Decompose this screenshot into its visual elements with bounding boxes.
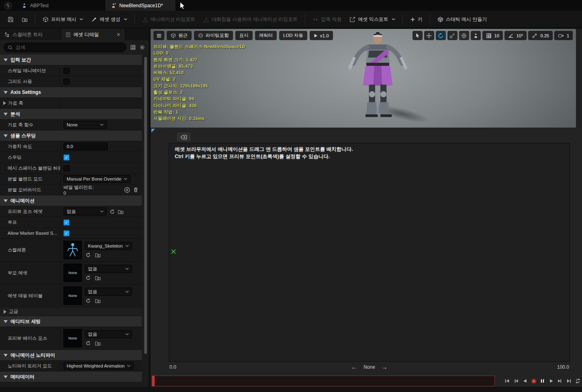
property-row-10[interactable]: 메시 스페이스 블렌딩 허용	[0, 163, 142, 174]
dropdown[interactable]: 없음	[63, 207, 107, 215]
browse-to-asset-icon[interactable]	[118, 209, 124, 215]
window-tab-1[interactable]: NewBlendSpace1D*	[105, 0, 176, 11]
pause-button[interactable]	[538, 376, 547, 386]
back-button[interactable]	[177, 133, 190, 141]
panel-tab-0[interactable]: 스켈레톤 트리	[0, 29, 61, 40]
toggle-loop-button[interactable]	[574, 376, 582, 386]
property-row-1[interactable]: 스케일 애니메이션	[0, 65, 142, 76]
browse-to-asset-icon[interactable]	[95, 252, 101, 258]
section-header-7[interactable]: 샘플 스무딩	[0, 130, 142, 141]
scale-tool[interactable]	[447, 31, 457, 40]
checkbox[interactable]	[63, 68, 69, 74]
show-menu[interactable]: 표시	[235, 31, 253, 40]
asset-dropdown[interactable]: 없음	[85, 288, 132, 296]
browse-to-asset-icon[interactable]	[95, 340, 101, 346]
checkbox[interactable]	[63, 165, 69, 171]
go-to-end-button[interactable]	[565, 376, 573, 386]
reimport-animation-dialog-button[interactable]: 대화창을 사용하여 애니메이션 리임포트	[200, 13, 301, 25]
apply-compression-button[interactable]: 압축 적용	[309, 13, 345, 25]
viewport-3d[interactable]: 원근라이팅포함표시캐릭터LOD 자동x1.0 1010°0.251 프리뷰: 블…	[151, 29, 576, 128]
section-header-5[interactable]: 분석	[0, 109, 142, 120]
select-tool[interactable]	[413, 31, 423, 40]
go-to-front-button[interactable]	[503, 376, 511, 386]
character-toggle[interactable]	[471, 31, 481, 40]
lod-menu[interactable]: LOD 자동	[279, 31, 307, 40]
browse-to-asset-icon[interactable]	[95, 298, 101, 304]
asset-thumbnail[interactable]	[63, 241, 82, 259]
translate-tool[interactable]	[424, 31, 434, 40]
number-input[interactable]: 0.0	[63, 142, 108, 150]
grid-snap[interactable]: 10	[482, 31, 503, 40]
preview-point-marker[interactable]	[171, 249, 176, 254]
details-scrollbar[interactable]	[144, 57, 147, 354]
blendspace-grid[interactable]: 에셋 브라우저에서 애니메이션을 드래그 앤 드롭하여 샘플 포인트를 배치합니…	[169, 143, 570, 362]
asset-dropdown[interactable]: 없음	[85, 330, 132, 338]
use-selected-asset-icon[interactable]	[86, 275, 91, 281]
use-selected-asset-icon[interactable]	[110, 209, 115, 214]
scale-snap[interactable]: 0.25	[528, 31, 552, 40]
save-button[interactable]	[4, 13, 17, 25]
asset-dropdown[interactable]: 없음	[85, 265, 132, 273]
play-forward-button[interactable]	[547, 376, 555, 386]
use-selected-asset-icon[interactable]	[86, 252, 91, 258]
asset-thumbnail[interactable]: None	[63, 286, 82, 305]
checkbox[interactable]: ✓	[63, 230, 69, 236]
dropdown[interactable]: None	[63, 121, 107, 129]
coordinate-space-toggle[interactable]	[459, 31, 469, 40]
rotate-tool[interactable]	[436, 31, 446, 40]
view-options-icon[interactable]	[130, 45, 136, 50]
property-row-4[interactable]: 가로 축	[0, 98, 142, 109]
checkbox[interactable]: ✓	[63, 154, 69, 160]
play-reverse-button[interactable]	[521, 376, 529, 386]
record-button[interactable]	[529, 376, 538, 386]
perspective-menu[interactable]: 원근	[167, 31, 192, 40]
timeline-playhead[interactable]	[152, 376, 155, 386]
property-row-16[interactable]: Allow Marker Based S...✓	[0, 228, 142, 239]
unreal-logo-icon[interactable]	[0, 0, 16, 11]
use-selected-asset-icon[interactable]	[86, 298, 91, 304]
asset-dropdown[interactable]: Kwang_Skeleton	[85, 242, 132, 250]
reimport-animation-button[interactable]: 애니메이션 리임포트	[139, 13, 199, 25]
section-header-3[interactable]: Axis Settings	[0, 87, 142, 98]
camera-speed[interactable]: 1	[554, 31, 573, 40]
rotation-snap[interactable]: 10°	[504, 31, 527, 40]
add-element-icon[interactable]	[124, 187, 130, 193]
property-row-12[interactable]: 본별 오버라이드배열 엘리먼트: 0	[0, 185, 142, 195]
checkbox[interactable]	[63, 79, 69, 85]
settings-gear-icon[interactable]	[139, 45, 145, 50]
browse-button[interactable]	[18, 13, 31, 25]
timeline-track[interactable]	[152, 376, 495, 386]
export-asset-button[interactable]: 에셋 익스포트	[346, 13, 398, 25]
property-row-2[interactable]: 그리드 사용	[0, 76, 142, 87]
section-header-0[interactable]: 입력 보간	[0, 55, 142, 65]
property-row-9[interactable]: 스무딩✓	[0, 152, 142, 163]
use-selected-asset-icon[interactable]	[86, 340, 91, 346]
property-row-11[interactable]: 본별 블렌드 모드Manual Per Bone Override	[0, 174, 142, 185]
property-row-14[interactable]: 프리뷰 포즈 에셋없음	[0, 206, 142, 217]
search-input[interactable]: 검색	[4, 43, 127, 52]
view-mode-menu[interactable]: 라이팅포함	[194, 31, 233, 40]
browse-to-asset-icon[interactable]	[95, 275, 101, 281]
property-row-6[interactable]: 가로 축 함수None	[0, 120, 142, 130]
character-menu[interactable]: 캐릭터	[255, 31, 277, 40]
viewport-menu-icon[interactable]	[153, 31, 164, 40]
asset-thumbnail[interactable]: None	[63, 264, 82, 282]
property-row-8[interactable]: 가중치 속도0.0	[0, 141, 142, 152]
panel-tab-1[interactable]: 에셋 디테일	[61, 29, 125, 40]
property-row-24[interactable]: 노티파이 트리거 모드Highest Weighted Animation	[0, 361, 142, 372]
preview-mesh-button[interactable]: 프리뷰 메시	[39, 13, 87, 25]
step-backward-button[interactable]	[512, 376, 520, 386]
section-header-23[interactable]: 애니메이션 노티파이	[0, 350, 142, 361]
close-icon[interactable]	[116, 32, 120, 37]
reset-to-default-icon[interactable]	[141, 247, 142, 253]
section-header-25[interactable]: 메타데이터	[0, 372, 142, 382]
add-key-button[interactable]: 키	[406, 13, 426, 25]
property-row-15[interactable]: 루프✓	[0, 217, 142, 228]
asset-thumbnail[interactable]: None	[63, 329, 82, 347]
window-tab-0[interactable]: ABPTest	[16, 0, 105, 11]
step-forward-button[interactable]	[556, 376, 564, 386]
play-speed-menu[interactable]: x1.0	[310, 31, 333, 40]
dropdown[interactable]: Highest Weighted Animation	[63, 362, 134, 370]
section-header-21[interactable]: 애디티브 세팅	[0, 316, 142, 327]
create-asset-button[interactable]: 에셋 생성	[88, 13, 131, 25]
